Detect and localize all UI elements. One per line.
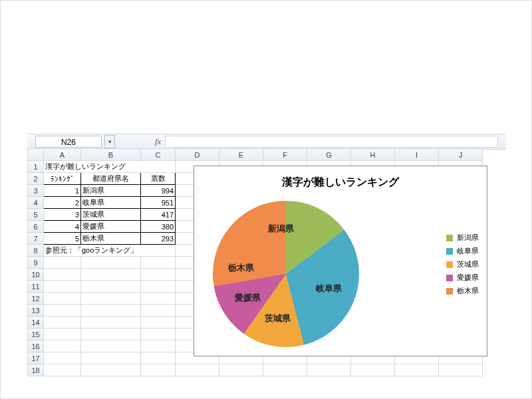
row-header-15[interactable]: 15	[28, 329, 44, 340]
cell-A17[interactable]	[44, 352, 81, 364]
cell-A7[interactable]: 5	[44, 233, 81, 245]
cell-C9[interactable]	[141, 257, 176, 269]
cell-C12[interactable]	[141, 293, 176, 305]
cell-A14[interactable]	[44, 317, 81, 329]
cell-A4[interactable]: 2	[44, 197, 81, 209]
col-header-I[interactable]: I	[395, 149, 439, 161]
col-header-C[interactable]: C	[141, 149, 176, 161]
name-box-dropdown[interactable]: ▾	[104, 135, 115, 148]
cell-B7[interactable]: 栃木県	[81, 233, 141, 245]
row-header-4[interactable]: 4	[28, 197, 44, 209]
col-header-D[interactable]: D	[176, 149, 219, 161]
cell-B6[interactable]: 愛媛県	[81, 221, 141, 233]
legend-item: 愛媛県	[446, 273, 479, 283]
row-header-5[interactable]: 5	[28, 209, 44, 221]
cell-A5[interactable]: 3	[44, 209, 81, 221]
cell-C10[interactable]	[141, 269, 176, 281]
chart-object[interactable]: 漢字が難しいランキング 新潟県岐阜県茨城県愛媛県栃木県 新潟県岐阜県茨城県愛媛県…	[194, 166, 487, 356]
cell-J18[interactable]	[439, 364, 483, 376]
row-header-13[interactable]: 13	[28, 305, 44, 317]
legend-swatch	[446, 288, 453, 295]
row-header-8[interactable]: 8	[28, 245, 44, 257]
cell-C7[interactable]: 293	[141, 233, 176, 245]
row-header-17[interactable]: 17	[28, 352, 44, 364]
row-header-11[interactable]: 11	[28, 281, 44, 293]
cell-C4[interactable]: 951	[141, 197, 176, 209]
cell-A1[interactable]: 漢字が難しいランキング	[44, 161, 176, 173]
cell-B14[interactable]	[81, 317, 141, 329]
cell-A6[interactable]: 4	[44, 221, 81, 233]
row-header-12[interactable]: 12	[28, 293, 44, 305]
legend-swatch	[446, 261, 453, 268]
cell-A8[interactable]: 参照元：「gooランキング」	[44, 245, 176, 257]
row-header-2[interactable]: 2	[28, 173, 44, 185]
cell-C18[interactable]	[141, 364, 176, 376]
cell-B9[interactable]	[81, 257, 141, 269]
legend-item: 岐阜県	[446, 246, 479, 256]
col-header-F[interactable]: F	[263, 149, 307, 161]
cell-A11[interactable]	[44, 281, 81, 293]
cell-F18[interactable]	[263, 364, 307, 376]
cell-C11[interactable]	[141, 281, 176, 293]
cell-A13[interactable]	[44, 305, 81, 317]
cell-B2[interactable]: 都道府県名	[81, 173, 141, 185]
select-all[interactable]	[28, 149, 44, 161]
col-header-H[interactable]: H	[351, 149, 395, 161]
cell-C3[interactable]: 994	[141, 185, 176, 197]
col-header-E[interactable]: E	[219, 149, 263, 161]
row-header-7[interactable]: 7	[28, 233, 44, 245]
cell-C2[interactable]: 票数	[141, 173, 176, 185]
cell-C14[interactable]	[141, 317, 176, 329]
cell-B4[interactable]: 岐阜県	[81, 197, 141, 209]
legend-label: 茨城県	[457, 259, 479, 269]
chart-title: 漢字が難しいランキング	[194, 176, 487, 190]
row-header-9[interactable]: 9	[28, 257, 44, 269]
row-header-18[interactable]: 18	[28, 364, 44, 376]
row-header-16[interactable]: 16	[28, 340, 44, 352]
legend-label: 愛媛県	[457, 273, 479, 283]
cell-B10[interactable]	[81, 269, 141, 281]
row-header-14[interactable]: 14	[28, 317, 44, 329]
cell-B12[interactable]	[81, 293, 141, 305]
cell-B16[interactable]	[81, 340, 141, 352]
legend-label: 新潟県	[457, 233, 479, 243]
cell-H18[interactable]	[351, 364, 395, 376]
cell-B11[interactable]	[81, 281, 141, 293]
col-header-B[interactable]: B	[81, 149, 141, 161]
cell-C6[interactable]: 380	[141, 221, 176, 233]
cell-A16[interactable]	[44, 340, 81, 352]
cell-B17[interactable]	[81, 352, 141, 364]
row-header-1[interactable]: 1	[28, 161, 44, 173]
row-header-3[interactable]: 3	[28, 185, 44, 197]
cell-D18[interactable]	[176, 364, 219, 376]
row-header-10[interactable]: 10	[28, 269, 44, 281]
cell-B13[interactable]	[81, 305, 141, 317]
formula-input[interactable]	[165, 136, 498, 148]
cell-C5[interactable]: 417	[141, 209, 176, 221]
cell-B3[interactable]: 新潟県	[81, 185, 141, 197]
cell-C13[interactable]	[141, 305, 176, 317]
fx-label[interactable]: fx	[155, 136, 161, 147]
cell-I18[interactable]	[395, 364, 439, 376]
cell-E18[interactable]	[219, 364, 263, 376]
cell-C17[interactable]	[141, 352, 176, 364]
cell-A3[interactable]: 1	[44, 185, 81, 197]
chevron-down-icon: ▾	[108, 138, 112, 145]
col-header-A[interactable]: A	[44, 149, 81, 161]
row-header-6[interactable]: 6	[28, 221, 44, 233]
cell-B18[interactable]	[81, 364, 141, 376]
cell-B5[interactable]: 茨城県	[81, 209, 141, 221]
cell-A9[interactable]	[44, 257, 81, 269]
cell-C15[interactable]	[141, 329, 176, 340]
cell-B15[interactable]	[81, 329, 141, 340]
col-header-J[interactable]: J	[439, 149, 483, 161]
cell-A10[interactable]	[44, 269, 81, 281]
name-box[interactable]: N26	[35, 136, 102, 148]
cell-C16[interactable]	[141, 340, 176, 352]
cell-A12[interactable]	[44, 293, 81, 305]
cell-A18[interactable]	[44, 364, 81, 376]
cell-A2[interactable]: ﾗﾝｷﾝｸﾞ	[44, 173, 81, 185]
cell-G18[interactable]	[307, 364, 351, 376]
cell-A15[interactable]	[44, 329, 81, 340]
col-header-G[interactable]: G	[307, 149, 351, 161]
